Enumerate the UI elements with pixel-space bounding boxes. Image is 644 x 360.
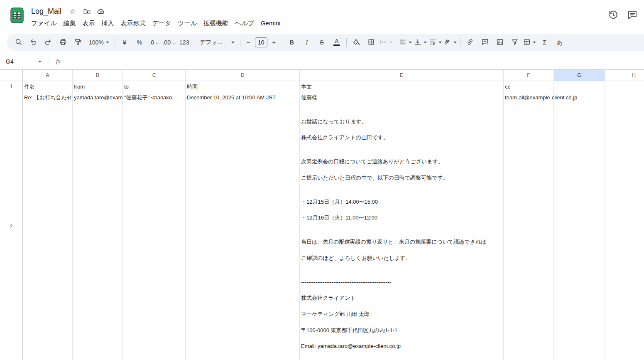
borders-icon <box>367 38 375 47</box>
paint-format-button[interactable] <box>71 35 86 50</box>
column-header-c[interactable]: C <box>123 70 186 81</box>
decrease-decimal-button[interactable]: .0 ← <box>147 35 162 50</box>
menu-tools[interactable]: ツール <box>174 18 200 29</box>
cell-d1[interactable]: 時間 <box>186 81 300 92</box>
increase-decimal-button[interactable]: .00 → <box>162 35 177 50</box>
add-comment-icon <box>481 38 489 47</box>
menu-help[interactable]: ヘルプ <box>232 18 257 29</box>
align-left-icon <box>399 38 406 47</box>
cell-c2[interactable]: "佐藤花子" <hanako. <box>123 92 186 360</box>
document-title[interactable]: Log_Mail <box>31 7 61 16</box>
borders-button[interactable] <box>364 35 379 50</box>
text-wrap-icon <box>429 38 436 47</box>
cell-g2[interactable] <box>554 92 605 360</box>
cell-f2[interactable]: team-all@example-client.co.jp <box>504 92 554 360</box>
cell-e2[interactable]: 佐藤様 お世話になっております。 株式会社クライアントの山田です。 次回定例会の… <box>300 92 504 360</box>
cell-h1[interactable] <box>605 81 644 92</box>
zoom-value: 100% <box>89 39 104 46</box>
undo-button[interactable] <box>26 35 41 50</box>
cell-reference: G4 <box>6 58 14 65</box>
formula-bar-divider <box>49 57 49 66</box>
sheets-logo-icon[interactable] <box>10 7 24 23</box>
chevron-down-icon <box>38 61 42 62</box>
horizontal-align-button[interactable] <box>398 35 413 50</box>
comment-history-icon[interactable] <box>627 9 638 21</box>
column-header-b[interactable]: B <box>73 70 123 81</box>
table-views-button[interactable] <box>522 35 537 50</box>
text-rotation-icon <box>444 38 451 47</box>
cell-a2[interactable]: Re: 【お打ち合わせ <box>23 92 73 360</box>
column-header-g-selected[interactable]: G <box>554 70 605 81</box>
font-family-select[interactable]: デフォ... <box>196 35 238 50</box>
zoom-select[interactable]: 100% <box>86 35 113 50</box>
functions-button[interactable]: Σ <box>537 35 552 50</box>
insert-comment-button[interactable] <box>477 35 492 50</box>
cell-d2[interactable]: December 10, 2025 at 10:00 AM JST <box>186 92 300 360</box>
percent-format-button[interactable]: % <box>132 35 147 50</box>
currency-format-button[interactable]: ¥ <box>117 35 132 50</box>
menu-view[interactable]: 表示 <box>79 18 98 29</box>
version-history-icon[interactable] <box>607 9 619 21</box>
arrow-right-icon: → <box>172 40 176 45</box>
menubar: ファイル 編集 表示 挿入 表示形式 データ ツール 拡張機能 ヘルプ Gemi… <box>28 18 637 29</box>
create-filter-button[interactable] <box>507 35 522 50</box>
cell-f1[interactable]: cc <box>504 81 554 92</box>
column-header-a[interactable]: A <box>23 70 73 81</box>
increase-font-size-button[interactable]: + <box>268 35 280 50</box>
cell-h2[interactable] <box>605 92 644 360</box>
decrease-font-size-button[interactable]: − <box>242 35 254 50</box>
menu-file[interactable]: ファイル <box>28 18 60 29</box>
text-rotation-button[interactable] <box>443 35 458 50</box>
toolbar-separator <box>240 38 240 47</box>
input-tools-button[interactable]: あ <box>552 35 567 50</box>
menu-data[interactable]: データ <box>149 18 174 29</box>
strikethrough-button[interactable]: S <box>314 35 329 50</box>
redo-button[interactable] <box>41 35 56 50</box>
fill-color-button[interactable] <box>349 35 364 50</box>
cell-f2-text: team-all@example-client.co.jp <box>505 94 577 101</box>
name-box[interactable]: G4 <box>0 58 46 65</box>
cell-b1[interactable]: from <box>73 81 123 92</box>
cell-a1[interactable]: 件名 <box>23 81 73 92</box>
search-button[interactable] <box>11 35 26 50</box>
insert-chart-button[interactable] <box>492 35 507 50</box>
fx-icon: fx <box>56 58 60 65</box>
menu-extensions[interactable]: 拡張機能 <box>200 18 232 29</box>
vertical-align-button[interactable] <box>413 35 428 50</box>
row-header-2[interactable]: 2 <box>0 92 23 360</box>
chevron-down-icon <box>533 42 536 43</box>
row-header-1[interactable]: 1 <box>0 81 23 92</box>
print-button[interactable] <box>56 35 71 50</box>
decrease-decimal-icon: .0 <box>149 39 154 46</box>
italic-button[interactable]: I <box>299 35 314 50</box>
toolbar-separator <box>460 38 460 47</box>
cell-c1[interactable]: to <box>123 81 186 92</box>
bold-button[interactable]: B <box>284 35 299 50</box>
column-header-d[interactable]: D <box>186 70 300 81</box>
topbar: Log_Mail ☆ ファイル 編集 表示 挿入 表示形式 データ <box>0 0 644 33</box>
number-format-button[interactable]: 123 <box>177 35 192 50</box>
font-size-input[interactable]: 10 <box>255 37 267 47</box>
link-icon <box>466 38 474 47</box>
cell-b2[interactable]: yamada.taro@example-client.co.jp <box>73 92 123 360</box>
star-icon[interactable]: ☆ <box>67 6 78 17</box>
column-header-h[interactable]: H <box>605 70 644 81</box>
text-color-button[interactable]: A <box>329 35 344 50</box>
table-view-icon <box>523 38 531 47</box>
menu-gemini[interactable]: Gemini <box>257 18 284 29</box>
column-header-e[interactable]: E <box>300 70 504 81</box>
menu-format[interactable]: 表示形式 <box>117 18 149 29</box>
chevron-down-icon <box>453 42 457 43</box>
cell-g1[interactable] <box>554 81 605 92</box>
select-all-corner[interactable] <box>0 70 23 81</box>
merge-cells-button[interactable] <box>379 35 394 50</box>
column-header-f[interactable]: F <box>504 70 554 81</box>
menu-edit[interactable]: 編集 <box>60 18 79 29</box>
insert-link-button[interactable] <box>463 35 477 50</box>
move-folder-icon[interactable] <box>81 6 92 17</box>
menu-insert[interactable]: 挿入 <box>98 18 117 29</box>
text-wrap-button[interactable] <box>428 35 443 50</box>
row-1: 1 件名 from to 時間 本文 cc <box>0 81 644 92</box>
cell-e1[interactable]: 本文 <box>300 81 504 92</box>
cloud-status-icon[interactable] <box>95 6 106 17</box>
